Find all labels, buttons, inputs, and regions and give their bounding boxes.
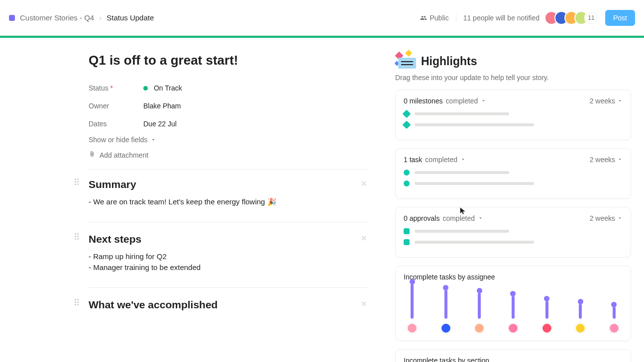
chart-bar (575, 299, 586, 334)
divider (89, 169, 367, 170)
close-icon[interactable] (360, 235, 367, 244)
close-icon[interactable] (360, 300, 367, 309)
placeholder-bar (415, 171, 509, 174)
card-range-selector[interactable]: 2 weeks (590, 214, 623, 222)
field-status[interactable]: Status * On Track (89, 79, 367, 97)
task-icon (404, 181, 410, 186)
chart-stem (411, 284, 414, 319)
paperclip-icon (89, 151, 96, 159)
card-label: completed (425, 156, 457, 164)
highlight-card-milestones[interactable]: 0 milestones completed 2 weeks (395, 90, 631, 140)
card-label: completed (442, 214, 475, 222)
notified-avatars[interactable]: 11 (544, 11, 598, 25)
highlights-sidebar: Highlights Drag these into your update t… (387, 53, 635, 362)
approval-icon (404, 228, 410, 234)
card-title: Incomplete tasks by section (404, 357, 623, 362)
chevron-down-icon (150, 136, 156, 144)
drag-handle-icon[interactable] (75, 299, 79, 305)
chart-bar (541, 296, 552, 334)
avatar-overflow[interactable]: 11 (584, 11, 598, 25)
placeholder-bar (415, 241, 534, 244)
avatar (407, 323, 418, 334)
section-body[interactable]: - We are on track team! Let's keep the e… (89, 196, 367, 208)
section-next-steps: Next steps - Ramp up hiring for Q2 - Man… (89, 222, 367, 287)
project-color-dot (9, 15, 15, 21)
post-button[interactable]: Post (605, 10, 635, 26)
notify-text: 11 people will be notified (463, 14, 539, 22)
add-attachment-button[interactable]: Add attachment (89, 151, 367, 159)
milestone-icon (403, 121, 411, 129)
close-icon[interactable] (360, 180, 367, 189)
chart-stem (512, 296, 515, 319)
section-accomplished: What we've accomplished (89, 287, 367, 325)
avatar (508, 323, 519, 334)
section-heading[interactable]: What we've accomplished (89, 299, 360, 311)
placeholder-bar (415, 112, 509, 115)
drag-handle-icon[interactable] (75, 179, 79, 185)
chart-stem (478, 293, 481, 319)
chart-stem (545, 301, 548, 319)
highlights-title-row: Highlights (395, 53, 631, 70)
avatar (575, 323, 586, 334)
highlight-card-approvals[interactable]: 0 approvals completed 2 weeks (395, 207, 631, 258)
visibility-selector[interactable]: Public (420, 14, 456, 22)
chart-stem (444, 290, 447, 319)
card-count: 0 approvals (404, 214, 439, 222)
drag-handle-icon[interactable] (75, 233, 79, 240)
assignee-lollipop-chart (404, 287, 623, 334)
required-asterisk: * (110, 84, 113, 92)
chart-bar (474, 288, 485, 334)
chart-bar (508, 291, 519, 334)
page-title[interactable]: Q1 is off to a great start! (89, 53, 367, 68)
placeholder-bar (415, 230, 509, 233)
chevron-down-icon (617, 156, 623, 164)
show-hide-fields-button[interactable]: Show or hide fields (89, 136, 367, 144)
chevron-down-icon[interactable] (460, 156, 466, 164)
section-summary: Summary - We are on track team! Let's ke… (89, 179, 367, 222)
chart-stem (613, 307, 616, 319)
chevron-down-icon (617, 97, 623, 105)
chevron-down-icon[interactable] (481, 97, 486, 105)
top-bar: Customer Stories - Q4 › Status Update Pu… (0, 0, 644, 36)
card-range-selector[interactable]: 2 weeks (590, 156, 623, 164)
field-label: Status (89, 84, 108, 92)
breadcrumb-project[interactable]: Customer Stories - Q4 (20, 13, 94, 22)
field-owner[interactable]: Owner Blake Pham (89, 97, 367, 115)
chart-bar (440, 285, 451, 334)
dates-value: Due 22 Jul (143, 120, 177, 128)
highlights-title: Highlights (421, 55, 477, 68)
breadcrumb-current: Status Update (107, 13, 154, 22)
highlights-icon (395, 53, 417, 70)
chevron-right-icon: › (99, 13, 102, 22)
chevron-down-icon (617, 214, 623, 222)
section-heading[interactable]: Next steps (89, 233, 360, 245)
avatar (609, 323, 620, 334)
field-dates[interactable]: Dates Due 22 Jul (89, 115, 367, 133)
highlight-card-section-chart[interactable]: Incomplete tasks by section (395, 349, 631, 362)
meta-fields: Status * On Track Owner Blake Pham Dates… (89, 79, 367, 133)
card-label: completed (446, 97, 478, 105)
owner-value: Blake Pham (143, 102, 181, 110)
section-body[interactable]: - Ramp up hiring for Q2 - Manager traini… (89, 251, 367, 273)
status-value: On Track (154, 84, 182, 92)
avatar (440, 323, 451, 334)
avatar (541, 323, 552, 334)
card-range-selector[interactable]: 2 weeks (590, 97, 623, 105)
field-label: Dates (89, 120, 143, 128)
chevron-down-icon[interactable] (478, 214, 483, 222)
status-dot-icon (143, 86, 148, 90)
field-label: Owner (89, 102, 143, 110)
task-icon (404, 170, 410, 176)
chart-bar (407, 279, 418, 334)
chart-bar (609, 302, 620, 334)
section-heading[interactable]: Summary (89, 179, 360, 190)
breadcrumb[interactable]: Customer Stories - Q4 › Status Update (9, 13, 154, 22)
approval-icon (404, 239, 410, 245)
people-icon (420, 14, 427, 21)
highlight-card-assignee-chart[interactable]: Incomplete tasks by assignee (395, 266, 631, 341)
placeholder-bar (415, 123, 534, 126)
highlight-card-tasks[interactable]: 1 task completed 2 weeks (395, 148, 631, 199)
milestone-icon (403, 110, 411, 118)
chart-stem (579, 304, 582, 319)
highlights-subtitle: Drag these into your update to help tell… (395, 74, 631, 82)
